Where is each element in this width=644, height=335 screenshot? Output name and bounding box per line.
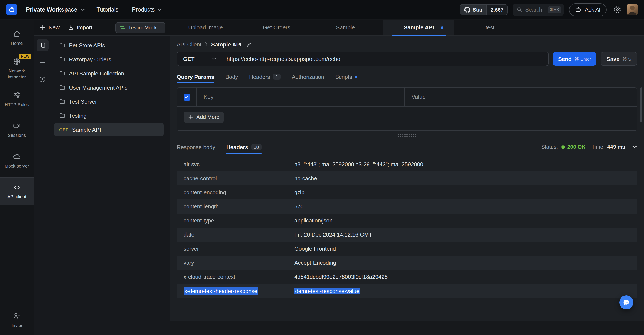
- sidebar-item[interactable]: NEW Network inspector: [0, 55, 34, 83]
- editor-tab[interactable]: Sample 1: [312, 20, 383, 35]
- response-tab[interactable]: Response body: [177, 140, 215, 154]
- sidebar-item-invite[interactable]: Invite: [0, 306, 34, 334]
- request-tab[interactable]: Authorization: [292, 70, 324, 83]
- save-button[interactable]: Save ⌘ S: [600, 52, 637, 66]
- settings-gear-icon[interactable]: [613, 6, 622, 14]
- search-input[interactable]: Search ⌘+K: [513, 4, 564, 16]
- app-logo[interactable]: [6, 4, 18, 15]
- plus-icon: [40, 25, 46, 30]
- sidebar-item[interactable]: Sessions: [0, 116, 34, 144]
- sessions-icon: [13, 122, 21, 130]
- collection-item[interactable]: Test Server: [54, 95, 164, 108]
- collections-tree: Pet Store APIs Razorpay Orders API Sampl…: [51, 36, 170, 335]
- new-badge: NEW: [20, 54, 31, 59]
- response-header-row[interactable]: alt-svc h3=":443"; ma=2592000,h3-29=":44…: [177, 157, 637, 171]
- panel-resize-handle[interactable]: [177, 131, 637, 140]
- edit-pencil-icon[interactable]: [246, 42, 252, 47]
- home-icon: [13, 30, 21, 38]
- response-header-row[interactable]: vary Accept-Encoding: [177, 256, 637, 270]
- header-value: 4d541dcbdf99e2d78003f0cf18a29428: [294, 274, 388, 280]
- query-params-table: Key Value Add More: [177, 87, 637, 131]
- response-toolbar: Response body Headers 10 Status: 200 OK …: [177, 140, 637, 154]
- scrollbar-thumb[interactable]: [640, 87, 642, 122]
- editor-tab-label: Sample API: [404, 24, 434, 31]
- response-header-row[interactable]: x-demo-test-header-response demo-test-re…: [177, 284, 637, 298]
- param-checkbox[interactable]: [183, 94, 190, 100]
- sidebar-item-label: HTTP Rules: [4, 102, 30, 107]
- rail-button[interactable]: [36, 73, 48, 85]
- sidebar-item[interactable]: Mock server: [0, 147, 34, 175]
- collection-item[interactable]: GET Sample API: [54, 123, 164, 136]
- response-tab[interactable]: Headers 10: [226, 140, 262, 154]
- folder-icon: [59, 56, 65, 62]
- import-button[interactable]: Import: [68, 24, 92, 31]
- header-value: Google Frontend: [294, 245, 336, 252]
- editor-tab[interactable]: Upload Image: [170, 20, 241, 35]
- history-icon: [39, 76, 46, 83]
- value-column-header[interactable]: Value: [405, 88, 637, 106]
- collection-item[interactable]: User Management APIs: [54, 81, 164, 94]
- header-key: vary: [184, 259, 194, 266]
- header-value: h3=":443"; ma=2592000,h3-29=":443"; ma=2…: [294, 161, 423, 168]
- sidebar-item[interactable]: HTTP Rules: [0, 85, 34, 113]
- collection-item[interactable]: Pet Store APIs: [54, 38, 164, 52]
- response-header-row[interactable]: server Google Frontend: [177, 242, 637, 256]
- key-column-header[interactable]: Key: [197, 88, 405, 106]
- ask-ai-button[interactable]: Ask AI: [569, 3, 606, 16]
- sidebar-item-label: Mock server: [4, 163, 30, 169]
- chat-support-fab[interactable]: [619, 295, 633, 309]
- ask-ai-label: Ask AI: [585, 7, 600, 13]
- user-avatar[interactable]: [626, 4, 638, 15]
- header-value: Fri, 20 Dec 2024 14:12:16 GMT: [294, 231, 372, 238]
- response-header-row[interactable]: content-encoding gzip: [177, 185, 637, 199]
- top-menu: Tutorials Products: [96, 7, 162, 13]
- workspace-name: Private Workspace: [26, 7, 77, 13]
- params-header-row: Key Value: [177, 88, 637, 107]
- request-tab[interactable]: Headers 1: [249, 70, 281, 83]
- collection-item[interactable]: API Sample Collection: [54, 67, 164, 80]
- breadcrumb-root[interactable]: API Client: [177, 41, 202, 48]
- request-tab[interactable]: Body: [225, 70, 238, 83]
- collection-item[interactable]: Razorpay Orders: [54, 53, 164, 66]
- header-value: gzip: [294, 189, 304, 196]
- environment-name: TestingMock...: [128, 25, 161, 31]
- rail-button[interactable]: [36, 39, 48, 51]
- response-tab-label: Response body: [177, 144, 215, 150]
- response-header-row[interactable]: content-length 570: [177, 199, 637, 213]
- header-key: x-demo-test-header-response: [184, 287, 258, 295]
- editor-tab[interactable]: Get Orders: [241, 20, 312, 35]
- nav-menu-item[interactable]: Tutorials: [96, 7, 118, 13]
- chevron-down-icon: [212, 58, 216, 60]
- request-tab-label: Query Params: [177, 74, 214, 80]
- rail-button[interactable]: [36, 56, 48, 68]
- workspace-switcher[interactable]: Private Workspace: [26, 7, 84, 13]
- folder-icon: [59, 70, 65, 76]
- http-rules-icon: [13, 91, 21, 99]
- environment-switcher[interactable]: TestingMock...: [116, 22, 165, 33]
- github-star-button[interactable]: Star 2,667: [460, 4, 508, 15]
- send-button[interactable]: Send ⌘ Enter: [553, 52, 596, 66]
- sidebar-item[interactable]: Home: [0, 24, 34, 52]
- method-select[interactable]: GET: [177, 52, 222, 66]
- method-tag: GET: [59, 127, 68, 132]
- response-header-row[interactable]: date Fri, 20 Dec 2024 14:12:16 GMT: [177, 228, 637, 242]
- collapse-response-icon[interactable]: [632, 145, 637, 149]
- editor-tab[interactable]: Sample API: [383, 20, 454, 35]
- new-request-button[interactable]: New: [40, 24, 60, 31]
- collection-item[interactable]: Testing: [54, 109, 164, 122]
- response-header-row[interactable]: cache-control no-cache: [177, 171, 637, 185]
- request-tab[interactable]: Scripts: [335, 70, 357, 83]
- add-more-button[interactable]: Add More: [184, 112, 224, 123]
- sidebar-item-label: Invite: [11, 322, 23, 328]
- sidebar-item[interactable]: API client: [0, 177, 34, 205]
- response-header-row[interactable]: x-cloud-trace-context 4d541dcbdf99e2d780…: [177, 270, 637, 284]
- plus-icon: [188, 115, 193, 120]
- editor-tab[interactable]: test: [454, 20, 526, 35]
- url-input[interactable]: [222, 52, 548, 66]
- collection-item-label: Sample API: [72, 126, 101, 133]
- nav-menu-item[interactable]: Products: [132, 7, 162, 13]
- request-tab[interactable]: Query Params: [177, 70, 214, 83]
- primary-sidebar: Home NEW Network inspector HTTP Rules Se…: [0, 20, 34, 335]
- folder-icon: [59, 84, 65, 90]
- response-header-row[interactable]: content-type application/json: [177, 213, 637, 228]
